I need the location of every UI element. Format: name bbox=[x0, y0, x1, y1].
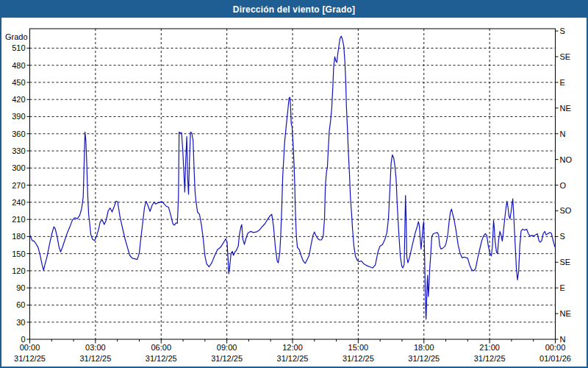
x-axis-date-label: 31/12/25 bbox=[14, 354, 46, 363]
y-axis-tick-label: 210 bbox=[12, 215, 25, 224]
y2-axis-tick-label: O bbox=[560, 181, 567, 190]
chart-window: Dirección del viento [Grado] 03060901201… bbox=[0, 0, 588, 368]
y2-axis-tick-label: SO bbox=[560, 206, 572, 215]
y-axis-tick-label: 330 bbox=[12, 146, 25, 155]
y2-axis-tick-label: S bbox=[560, 232, 565, 241]
y2-axis-tick-label: NO bbox=[560, 155, 573, 164]
chart-title: Dirección del viento [Grado] bbox=[233, 4, 355, 15]
x-axis-time-label: 15:00 bbox=[348, 343, 369, 352]
y-axis-tick-label: 90 bbox=[16, 283, 25, 292]
x-axis-date-label: 01/01/26 bbox=[539, 354, 571, 363]
y2-axis-tick-label: E bbox=[560, 78, 565, 87]
y2-axis-tick-label: N bbox=[560, 130, 566, 138]
y-axis-tick-label: 360 bbox=[12, 130, 25, 138]
chart-plot-area: 0306090120150180210240270300330360390420… bbox=[1, 18, 587, 367]
x-axis-time-label: 21:00 bbox=[479, 343, 500, 352]
x-axis-date-label: 31/12/25 bbox=[343, 354, 374, 363]
chart-title-bar: Dirección del viento [Grado] bbox=[1, 1, 587, 18]
y-axis-tick-label: 150 bbox=[12, 250, 25, 258]
y-axis-tick-label: 120 bbox=[12, 266, 25, 275]
x-axis-time-label: 18:00 bbox=[414, 343, 434, 352]
y-axis-tick-label: 480 bbox=[12, 61, 25, 70]
x-axis-date-label: 31/12/25 bbox=[79, 354, 111, 363]
x-axis-time-label: 06:00 bbox=[151, 343, 171, 352]
y2-axis-tick-label: E bbox=[560, 283, 565, 292]
x-axis-date-label: 31/12/25 bbox=[146, 354, 177, 363]
y-axis-title: Grado bbox=[5, 32, 28, 41]
x-axis-date-label: 31/12/25 bbox=[211, 354, 243, 363]
y-axis-tick-label: 60 bbox=[16, 300, 25, 309]
x-axis-time-label: 00:00 bbox=[545, 343, 566, 352]
y2-axis-tick-label: SE bbox=[560, 258, 571, 266]
x-axis-time-label: 12:00 bbox=[282, 343, 303, 352]
x-axis-time-label: 00:00 bbox=[20, 343, 40, 352]
y-axis-tick-label: 180 bbox=[12, 232, 25, 241]
x-axis-date-label: 31/12/25 bbox=[408, 354, 440, 363]
y2-axis-tick-label: NE bbox=[560, 309, 571, 318]
y-axis-tick-label: 30 bbox=[16, 318, 25, 327]
x-axis-date-label: 31/12/25 bbox=[277, 354, 309, 363]
y-axis-tick-label: 270 bbox=[12, 181, 25, 190]
y-axis-tick-label: 420 bbox=[12, 95, 25, 104]
x-axis-time-label: 03:00 bbox=[85, 343, 106, 352]
x-axis-date-label: 31/12/25 bbox=[474, 354, 506, 363]
y-axis-tick-label: 240 bbox=[12, 198, 25, 207]
y2-axis-tick-label: SE bbox=[560, 52, 571, 61]
wind-direction-chart: 0306090120150180210240270300330360390420… bbox=[1, 18, 587, 367]
y-axis-tick-label: 300 bbox=[12, 163, 25, 172]
y2-axis-tick-label: NE bbox=[560, 104, 571, 113]
y2-axis-tick-label: S bbox=[560, 26, 565, 35]
y-axis-tick-label: 390 bbox=[12, 112, 25, 121]
x-axis-time-label: 09:00 bbox=[217, 343, 237, 352]
y-axis-tick-label: 450 bbox=[12, 78, 25, 87]
y-axis-tick-label: 510 bbox=[12, 43, 25, 52]
